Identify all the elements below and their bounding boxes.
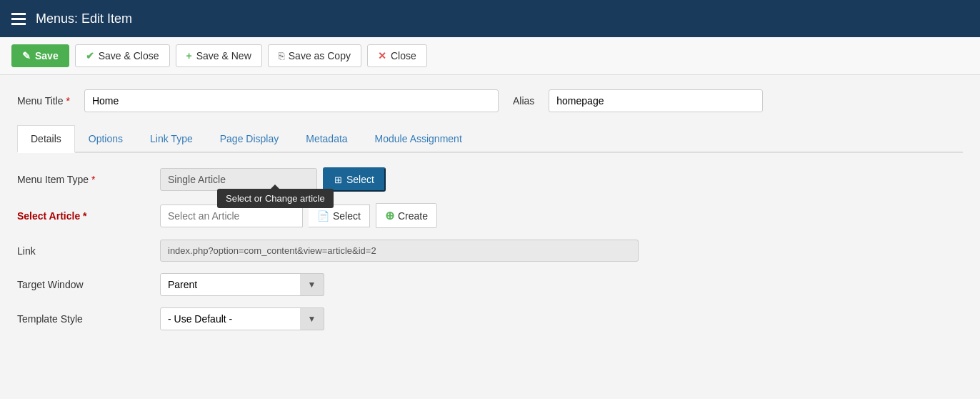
save-close-button[interactable]: ✔ Save & Close bbox=[75, 44, 170, 67]
copy-icon: ⎘ bbox=[279, 50, 284, 61]
tab-module-assignment[interactable]: Module Assignment bbox=[361, 125, 476, 153]
tab-link-type[interactable]: Link Type bbox=[136, 125, 206, 153]
plus-icon: + bbox=[186, 50, 192, 61]
template-style-row: Template Style - Use Default - ▼ bbox=[17, 307, 963, 330]
link-label: Link bbox=[17, 245, 160, 257]
menu-title-input[interactable]: Home bbox=[84, 89, 499, 112]
menu-title-row: Menu Title Home Alias homepage bbox=[17, 89, 963, 112]
menu-title-label: Menu Title bbox=[17, 95, 70, 107]
header: Menus: Edit Item bbox=[0, 0, 980, 37]
menu-item-type-select-button[interactable]: ⊞ Select bbox=[323, 167, 386, 192]
tab-details[interactable]: Details bbox=[17, 125, 75, 153]
menu-item-type-row: Menu Item Type * Single Article ⊞ Select… bbox=[17, 167, 963, 192]
save-icon: ✎ bbox=[22, 50, 31, 61]
menu-icon bbox=[11, 13, 26, 25]
select-article-input[interactable] bbox=[160, 205, 303, 227]
alias-input[interactable]: homepage bbox=[549, 89, 763, 112]
circle-plus-icon: ⊕ bbox=[385, 209, 394, 222]
template-style-select[interactable]: - Use Default - bbox=[160, 307, 324, 330]
select-article-content: 📄 Select ⊕ Create bbox=[160, 203, 437, 228]
target-window-select[interactable]: Parent New Window with Navigation New Wi… bbox=[160, 273, 324, 296]
grid-icon: ⊞ bbox=[334, 174, 342, 185]
link-input: index.php?option=com_content&view=articl… bbox=[160, 240, 639, 262]
close-button[interactable]: ✕ Close bbox=[367, 44, 427, 67]
save-copy-button[interactable]: ⎘ Save as Copy bbox=[268, 44, 361, 67]
menu-item-type-content: Single Article ⊞ Select Select or Change… bbox=[160, 167, 386, 192]
select-article-label: Select Article bbox=[17, 210, 160, 222]
save-new-button[interactable]: + Save & New bbox=[176, 44, 262, 67]
tab-page-display[interactable]: Page Display bbox=[206, 125, 293, 153]
template-style-label: Template Style bbox=[17, 313, 160, 325]
select-article-row: Select Article 📄 Select ⊕ Create bbox=[17, 203, 963, 228]
link-content: index.php?option=com_content&view=articl… bbox=[160, 240, 639, 262]
tab-options[interactable]: Options bbox=[75, 125, 136, 153]
create-article-button[interactable]: ⊕ Create bbox=[376, 203, 437, 228]
menu-item-type-label: Menu Item Type * bbox=[17, 174, 160, 185]
tab-metadata[interactable]: Metadata bbox=[292, 125, 361, 153]
save-button[interactable]: ✎ Save bbox=[11, 44, 69, 67]
page-title: Menus: Edit Item bbox=[36, 11, 132, 26]
link-row: Link index.php?option=com_content&view=a… bbox=[17, 240, 963, 262]
target-window-content: Parent New Window with Navigation New Wi… bbox=[160, 273, 324, 296]
select-article-button[interactable]: 📄 Select bbox=[309, 205, 370, 227]
template-style-select-wrapper: - Use Default - ▼ bbox=[160, 307, 324, 330]
toolbar: ✎ Save ✔ Save & Close + Save & New ⎘ Sav… bbox=[0, 37, 980, 75]
alias-label: Alias bbox=[513, 95, 534, 107]
tabs: Details Options Link Type Page Display M… bbox=[17, 125, 963, 153]
target-window-row: Target Window Parent New Window with Nav… bbox=[17, 273, 963, 296]
template-style-content: - Use Default - ▼ bbox=[160, 307, 324, 330]
checkmark-icon: ✔ bbox=[86, 50, 94, 61]
target-window-select-wrapper: Parent New Window with Navigation New Wi… bbox=[160, 273, 324, 296]
target-window-label: Target Window bbox=[17, 279, 160, 290]
content-area: Menu Title Home Alias homepage Details O… bbox=[0, 75, 980, 356]
close-icon: ✕ bbox=[378, 50, 386, 61]
file-icon: 📄 bbox=[317, 210, 329, 222]
menu-item-type-input: Single Article bbox=[160, 168, 317, 191]
